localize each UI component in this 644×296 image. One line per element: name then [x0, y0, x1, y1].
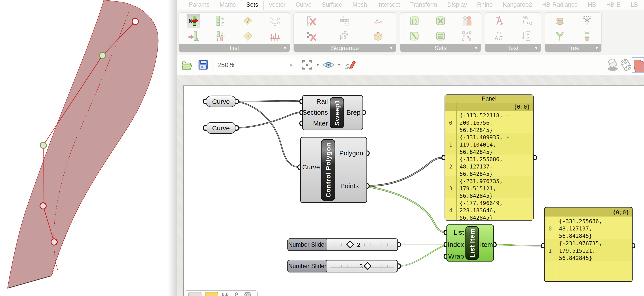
characters-icon[interactable]: A B [493, 30, 506, 43]
cull-box-icon[interactable] [372, 30, 385, 43]
set-difference-icon[interactable] [434, 14, 447, 27]
list-item-icon[interactable]: N [187, 14, 200, 28]
preview-eye-icon[interactable] [322, 58, 335, 72]
group-footer-text[interactable]: Text ▾ [485, 44, 541, 52]
wire-points-panel[interactable] [368, 158, 443, 186]
list-item-component[interactable]: List Index Wrap List Item Item [444, 225, 496, 261]
svg-text:AB: AB [522, 16, 528, 20]
zoom-extents-icon[interactable] [300, 58, 314, 72]
group-footer-sets[interactable]: Sets ▾ [400, 44, 481, 52]
set-intersection-icon[interactable] [408, 30, 421, 43]
control-point-0[interactable] [132, 18, 138, 25]
open-file-icon[interactable] [180, 58, 194, 72]
wire-curve1-rail[interactable] [237, 101, 301, 101]
chevron-down-icon: ▾ [535, 45, 537, 51]
tab-mesh[interactable]: Mesh [347, 0, 372, 10]
tab-rhino[interactable]: Rhino [472, 0, 498, 10]
selected-only-preview-icon[interactable] [632, 57, 644, 73]
wire-points-listitem[interactable] [368, 187, 445, 232]
tab-maths[interactable]: Maths [214, 0, 241, 10]
tab-hb[interactable]: HB [583, 0, 601, 10]
control-point-2[interactable] [40, 142, 46, 148]
tab-surface[interactable]: Surface [316, 0, 347, 10]
widget-gray-button[interactable] [188, 292, 202, 296]
panel-left[interactable]: Panel {0;0} 0 {-313.522118, - 200.16756,… [442, 95, 537, 221]
delete-consecutive-icon[interactable]: x [460, 30, 473, 43]
tab-intersect[interactable]: Intersect [372, 0, 405, 10]
slider2-value: 3 [360, 263, 363, 270]
text-fragment-icon[interactable] [493, 14, 506, 27]
control-point-4[interactable] [51, 239, 57, 245]
display-mode-icons [605, 55, 644, 75]
random-icon[interactable] [372, 14, 385, 27]
widget-yellow-button[interactable] [205, 292, 218, 296]
graft-tree-icon[interactable] [580, 30, 594, 43]
group-footer-sequence[interactable]: Sequence ▾ [294, 44, 396, 52]
range-icon[interactable]: 0.0 1.0 [338, 14, 351, 27]
preview-dropdown[interactable]: ▾ [338, 63, 340, 67]
zoom-extents-dropdown[interactable]: ▾ [317, 63, 319, 67]
sequence-icon[interactable]: 012 [338, 30, 351, 43]
canvas-area[interactable]: Curve Curve Rail Sections Miter Sweep1 [177, 75, 644, 296]
slider1-value: 2 [357, 242, 360, 248]
group-footer-list[interactable]: List ▾ [179, 44, 290, 52]
tab-vector[interactable]: Vector [264, 0, 291, 10]
number-slider-2[interactable]: Number Slider 3 [288, 260, 400, 272]
panel-row-line: 228.183646, [460, 207, 496, 214]
tab-transform[interactable]: Transform [405, 0, 442, 10]
tree-stump-icon[interactable] [554, 14, 566, 27]
tab-kangaroo2[interactable]: Kangaroo2 [498, 0, 537, 10]
tab-hb-radiance[interactable]: HB-Radiance [537, 0, 583, 10]
explode-tree-icon[interactable] [580, 14, 594, 27]
svg-text:1: 1 [308, 17, 310, 21]
panel-row-line: 119.104014, [460, 141, 496, 148]
tab-sets[interactable]: Sets [241, 0, 264, 10]
wire-curve1-controlpolygon[interactable] [237, 101, 299, 167]
sketch-tool-icon[interactable] [343, 58, 356, 72]
zoom-level-combo[interactable]: 250% ∨ [213, 59, 297, 71]
member-index-icon[interactable] [460, 14, 473, 27]
set-union-icon[interactable] [434, 30, 447, 43]
slider1-label: Number Slider [288, 241, 326, 248]
widget-point-icon[interactable] [232, 292, 240, 296]
sort-list-icon[interactable]: AZ [214, 14, 227, 27]
group-footer-tree[interactable]: Tree ▾ [545, 44, 601, 52]
ribbon-group-sequence: 12 0.0 1.0 [294, 12, 396, 53]
control-polygon-component[interactable]: Curve Control Polygon Polygon Points [298, 137, 369, 203]
listitem-title: List Item [468, 228, 476, 258]
tab-hb-e[interactable]: HB-E [601, 0, 626, 10]
dispatch-icon[interactable] [269, 30, 282, 43]
weave-icon[interactable] [269, 14, 282, 27]
cp-input-curve: Curve [302, 163, 320, 171]
tab-params[interactable]: Params [184, 0, 214, 10]
rhino-viewport[interactable] [0, 0, 177, 296]
shaded-preview-icon[interactable] [605, 58, 618, 72]
save-file-icon[interactable] [196, 58, 210, 72]
wire-item-panel[interactable] [495, 245, 542, 246]
widget-number-label: 0.0 [222, 291, 229, 296]
shift-list-icon[interactable]: L [187, 30, 200, 43]
tab-lb[interactable]: LB [626, 0, 643, 10]
wireframe-preview-icon[interactable] [618, 58, 632, 72]
sift-pattern-icon[interactable] [242, 30, 254, 43]
control-point-3[interactable] [40, 203, 46, 209]
panel-row-line: 179.515121, [460, 185, 496, 192]
partition-list-icon[interactable]: 21 [214, 30, 227, 43]
tab-curve[interactable]: Curve [290, 0, 316, 10]
flatten-tree-icon[interactable] [554, 30, 566, 43]
curve-param-2[interactable]: Curve [203, 122, 238, 133]
tab-display[interactable]: Display [442, 0, 472, 10]
wire-slider2-index[interactable] [399, 245, 445, 266]
number-slider-1[interactable]: Number Slider 2 [288, 239, 400, 251]
item-index-icon[interactable] [242, 14, 254, 27]
sweep1-component[interactable]: Rail Sections Miter Sweep1 Brep [300, 95, 366, 130]
cull-index-icon[interactable]: 12 [305, 14, 318, 27]
widget-hexagon-icon[interactable] [243, 292, 252, 296]
cull-pattern-icon[interactable] [305, 30, 318, 43]
panel-right[interactable]: {0;0} 0 {-331.255686, 48.127137, 56.8428… [541, 207, 635, 282]
control-point-1[interactable] [100, 52, 106, 58]
concatenate-icon[interactable]: AB C [520, 14, 533, 27]
curve-param-1[interactable]: Curve [203, 96, 238, 107]
create-set-icon[interactable]: {·} [408, 14, 421, 27]
sort-text-icon[interactable]: AZ [520, 30, 533, 43]
